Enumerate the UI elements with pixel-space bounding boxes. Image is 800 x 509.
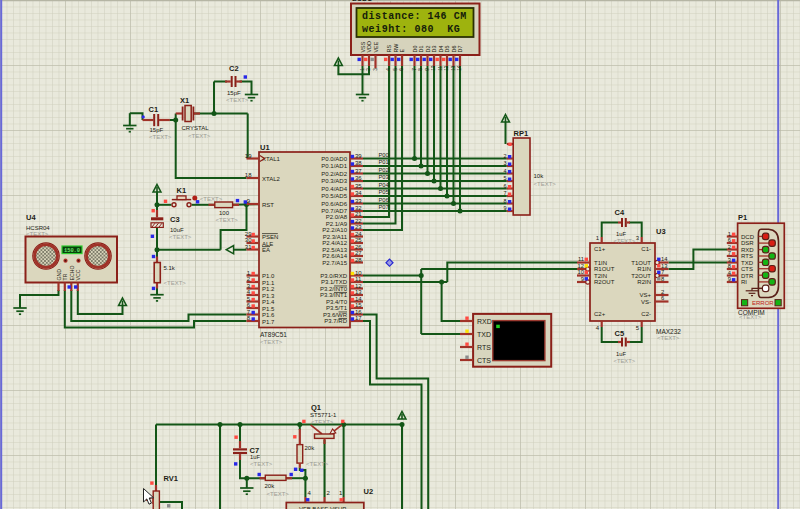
svg-text:6: 6 <box>661 295 664 301</box>
svg-text:P1.3: P1.3 <box>262 293 275 299</box>
svg-text:19: 19 <box>245 153 252 159</box>
svg-text:35: 35 <box>355 183 362 189</box>
svg-text:D5: D5 <box>444 46 450 53</box>
svg-text:<TEXT>: <TEXT> <box>260 339 283 345</box>
svg-text:C1: C1 <box>149 105 159 114</box>
svg-text:MAX232: MAX232 <box>656 328 681 335</box>
svg-text:28: 28 <box>355 257 362 263</box>
svg-text:P0.6/AD6: P0.6/AD6 <box>321 201 347 207</box>
svg-text:25: 25 <box>355 237 362 243</box>
svg-text:P3.3/INT1: P3.3/INT1 <box>320 292 348 298</box>
svg-text:<TEXT>: <TEXT> <box>188 133 211 139</box>
svg-text:20k: 20k <box>265 483 276 489</box>
svg-text:8: 8 <box>728 263 731 269</box>
svg-text:D6: D6 <box>451 46 457 53</box>
svg-text:P07: P07 <box>379 204 389 210</box>
svg-text:P1.7: P1.7 <box>262 319 275 325</box>
svg-text:30: 30 <box>245 237 252 243</box>
svg-text:D0: D0 <box>412 46 418 53</box>
svg-text:P3.5/T1: P3.5/T1 <box>326 305 348 311</box>
svg-text:8: 8 <box>661 276 664 282</box>
svg-text:11: 11 <box>438 65 443 70</box>
svg-text:1: 1 <box>360 68 365 71</box>
svg-text:5: 5 <box>393 68 398 71</box>
svg-text:13: 13 <box>451 65 456 71</box>
svg-text:7: 7 <box>661 269 664 275</box>
svg-text:<TEXT>: <TEXT> <box>200 196 223 202</box>
svg-text:1uF: 1uF <box>616 231 626 237</box>
svg-text:P05: P05 <box>379 189 389 195</box>
svg-text:VS-: VS- <box>641 299 651 305</box>
svg-text:GND: GND <box>56 269 62 281</box>
svg-text:distance: 146 CM: distance: 146 CM <box>362 11 467 22</box>
svg-text:<TEXT>: <TEXT> <box>267 491 290 497</box>
svg-text:6: 6 <box>504 183 507 189</box>
svg-text:P3.7/RD: P3.7/RD <box>324 318 347 324</box>
svg-text:P3.1/TXD: P3.1/TXD <box>321 279 348 285</box>
svg-text:9: 9 <box>581 276 584 282</box>
svg-text:ECHO: ECHO <box>69 266 75 281</box>
svg-text:C4: C4 <box>615 208 625 217</box>
svg-text:3: 3 <box>504 160 507 166</box>
svg-text:9: 9 <box>504 205 507 211</box>
svg-text:14: 14 <box>355 296 362 302</box>
svg-text:P3.2/INT0: P3.2/INT0 <box>320 286 348 292</box>
svg-text:31: 31 <box>245 244 252 250</box>
svg-text:DCD: DCD <box>741 234 755 240</box>
svg-text:<TEXT>: <TEXT> <box>739 314 762 320</box>
svg-text:C2: C2 <box>229 64 239 73</box>
svg-text:P0.1/AD1: P0.1/AD1 <box>321 163 347 169</box>
svg-text:7: 7 <box>412 68 417 71</box>
svg-text:P0.3/AD3: P0.3/AD3 <box>321 178 347 184</box>
svg-text:P1.0: P1.0 <box>262 273 275 279</box>
svg-text:4: 4 <box>386 68 391 71</box>
svg-text:DSR: DSR <box>741 240 754 246</box>
svg-text:3: 3 <box>373 68 378 71</box>
svg-text:P2.2/A10: P2.2/A10 <box>322 227 347 233</box>
svg-text:<TEXT>: <TEXT> <box>614 238 636 244</box>
svg-text:Q1: Q1 <box>311 403 321 412</box>
svg-text:CTS: CTS <box>477 357 491 364</box>
svg-text:C5: C5 <box>615 329 625 338</box>
svg-text:P00: P00 <box>379 152 389 158</box>
svg-text:VSS: VSS <box>360 41 366 52</box>
svg-text:29: 29 <box>245 231 252 237</box>
svg-text:T1OUT: T1OUT <box>631 260 651 266</box>
svg-text:15pF: 15pF <box>227 90 241 96</box>
svg-text:22: 22 <box>355 218 362 224</box>
svg-text:<TEXT>: <TEXT> <box>164 280 187 286</box>
svg-text:ERROR: ERROR <box>752 300 774 306</box>
svg-text:38: 38 <box>355 160 362 166</box>
svg-text:P1.2: P1.2 <box>262 286 275 292</box>
svg-text:2: 2 <box>366 68 371 71</box>
svg-text:U2: U2 <box>364 487 374 496</box>
svg-text:P2.0/A8: P2.0/A8 <box>326 214 348 220</box>
svg-text:36: 36 <box>355 175 362 181</box>
svg-text:P3.4/T0: P3.4/T0 <box>326 299 348 305</box>
svg-text:2: 2 <box>504 153 507 159</box>
svg-text:RP1: RP1 <box>514 129 529 138</box>
svg-text:VEE: VEE <box>373 41 379 52</box>
svg-text:D3: D3 <box>431 46 437 53</box>
svg-text:8: 8 <box>418 68 423 71</box>
svg-text:P1.4: P1.4 <box>262 299 275 305</box>
svg-text:26: 26 <box>355 244 362 250</box>
svg-text:12: 12 <box>355 283 362 289</box>
svg-text:P2.7/A15: P2.7/A15 <box>322 260 347 266</box>
svg-text:U3: U3 <box>656 227 666 236</box>
svg-text:P0.2/AD2: P0.2/AD2 <box>321 171 347 177</box>
svg-text:10: 10 <box>578 269 584 275</box>
svg-text:T2IN: T2IN <box>594 273 607 279</box>
svg-text:R2OUT: R2OUT <box>594 279 615 285</box>
svg-text:39: 39 <box>355 153 362 159</box>
svg-text:wei9ht: 080 KG: wei9ht: 080 KG <box>362 24 460 35</box>
svg-text:P2.5/A13: P2.5/A13 <box>322 247 347 253</box>
svg-text:24: 24 <box>355 231 362 237</box>
svg-text:D1: D1 <box>418 46 424 53</box>
svg-text:RW: RW <box>393 43 399 53</box>
svg-text:P3.0/RXD: P3.0/RXD <box>320 273 347 279</box>
svg-text:D7: D7 <box>457 46 463 53</box>
svg-text:CRYSTAL: CRYSTAL <box>182 125 210 131</box>
svg-text:R1OUT: R1OUT <box>594 266 615 272</box>
svg-text:21: 21 <box>355 211 362 217</box>
